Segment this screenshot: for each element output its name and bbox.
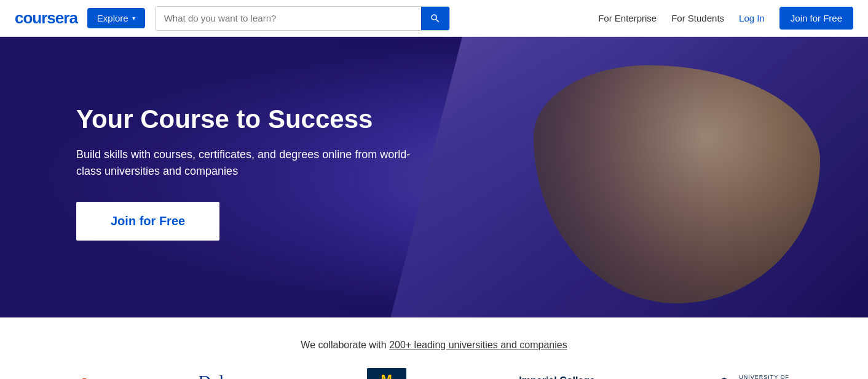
- hero-content: Your Course to Success Build skills with…: [76, 105, 420, 241]
- ibm-text: IBM: [436, 376, 490, 379]
- partner-imperial[interactable]: Imperial CollegeLondon: [519, 375, 595, 379]
- for-enterprise-link[interactable]: For Enterprise: [598, 13, 657, 23]
- login-link[interactable]: Log In: [739, 13, 765, 23]
- hero-join-free-button[interactable]: Join for Free: [76, 202, 219, 241]
- google-name: Google: [270, 376, 337, 380]
- for-students-link[interactable]: For Students: [671, 13, 724, 23]
- partners-link[interactable]: 200+ leading universities and companies: [389, 340, 567, 350]
- search-input[interactable]: [156, 7, 421, 30]
- partner-penn[interactable]: P UNIVERSITY OF Penn PENNSYLVANIA: [714, 374, 789, 380]
- hero-subtitle: Build skills with courses, certificates,…: [76, 146, 420, 180]
- chevron-down-icon: ▾: [132, 15, 135, 22]
- partner-google[interactable]: Google: [270, 376, 337, 380]
- hero-section: Your Course to Success Build skills with…: [0, 37, 868, 317]
- nav-links: For Enterprise For Students Log In Join …: [598, 7, 853, 30]
- explore-label: Explore: [97, 13, 128, 23]
- hero-title: Your Course to Success: [76, 105, 420, 134]
- logo[interactable]: coursera: [15, 9, 77, 28]
- search-button[interactable]: [421, 7, 449, 30]
- partner-illinois[interactable]: I ILLINOIS: [79, 375, 164, 379]
- partners-intro: We collaborate with 200+ leading univers…: [15, 340, 853, 351]
- imperial-name: Imperial CollegeLondon: [519, 375, 595, 379]
- penn-text: UNIVERSITY OF Penn PENNSYLVANIA: [739, 374, 789, 380]
- illinois-i-icon: I: [79, 375, 86, 379]
- search-bar: [155, 6, 450, 31]
- partners-section: We collaborate with 200+ leading univers…: [0, 317, 868, 379]
- partner-duke[interactable]: Duke UNIVERSITY: [194, 372, 240, 379]
- duke-name: Duke: [199, 372, 236, 379]
- michigan-box: M UNIVERSITYOFMICHIGAN: [367, 368, 406, 379]
- join-free-nav-button[interactable]: Join for Free: [779, 7, 853, 30]
- partner-ibm[interactable]: IBM: [436, 376, 490, 379]
- partner-michigan[interactable]: M UNIVERSITYOFMICHIGAN: [367, 368, 406, 379]
- navbar: coursera Explore ▾ For Enterprise For St…: [0, 0, 868, 37]
- partners-logos: I ILLINOIS Duke UNIVERSITY Google M UNIV…: [15, 368, 853, 379]
- explore-button[interactable]: Explore ▾: [87, 8, 145, 28]
- ibm-logo-container: IBM: [436, 376, 490, 379]
- penn-shield-icon: P: [714, 377, 734, 379]
- search-icon: [430, 13, 441, 24]
- logo-text: coursera: [15, 9, 77, 28]
